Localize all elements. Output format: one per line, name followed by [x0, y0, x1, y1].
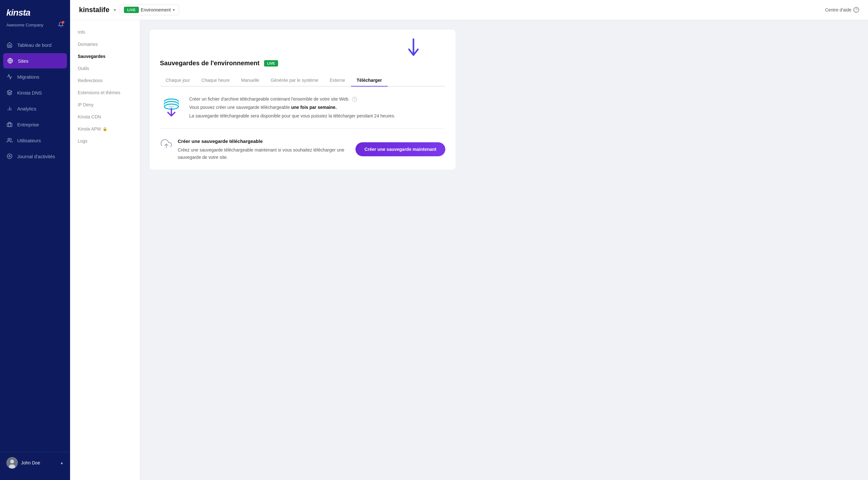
topbar: kinstalife ▾ LIVE Environnement ▾ Centre… [70, 0, 868, 20]
backups-card: Sauvegardes de l'environnement LIVE Chaq… [150, 30, 456, 170]
migrations-label: Migrations [17, 74, 39, 79]
sidebar-item-utilisateurs[interactable]: Utilisateurs [0, 133, 70, 148]
company-name: Awesome Company [6, 23, 43, 27]
sidebar-item-dashboard[interactable]: Tableau de bord [0, 37, 70, 53]
card-header-wrapper: Sauvegardes de l'environnement LIVE [160, 38, 445, 67]
user-info[interactable]: John Doe [6, 457, 40, 469]
avatar [6, 457, 18, 469]
info-line-1: Créer un fichier d'archive téléchargeabl… [189, 96, 395, 102]
sidebar-footer: John Doe ▲ [0, 452, 70, 474]
tab-chaque-heure[interactable]: Chaque heure [195, 74, 236, 87]
kinsta-logo: kinsta [6, 8, 30, 18]
journal-icon [6, 153, 13, 160]
analytics-icon [6, 105, 13, 112]
card-header: Sauvegardes de l'environnement LIVE [160, 60, 445, 67]
sub-nav-extensions[interactable]: Extensions et thèmes [70, 87, 140, 98]
notification-dot [62, 21, 64, 24]
live-badge-topbar: LIVE [124, 7, 138, 13]
site-name: kinstalife [79, 6, 109, 14]
down-arrow-icon [407, 38, 420, 58]
action-section: Créer une sauvegarde téléchargeable Crée… [160, 138, 445, 161]
sub-nav-redirections[interactable]: Redirections [70, 75, 140, 86]
chevron-up-icon: ▲ [60, 460, 64, 465]
sidebar-item-journal[interactable]: Journal d'activités [0, 149, 70, 164]
sites-label: Sites [18, 58, 28, 64]
dns-icon [6, 90, 13, 96]
migrations-icon [6, 73, 13, 80]
sidebar-item-entreprise[interactable]: Entreprise [0, 117, 70, 132]
logo-area: kinsta [0, 0, 70, 21]
lock-icon: 🔒 [102, 127, 107, 131]
site-dropdown-chevron[interactable]: ▾ [114, 7, 116, 12]
notifications-bell[interactable] [58, 22, 64, 28]
kinsta-apm-label: Kinsta APM [78, 126, 101, 132]
sub-nav-logs[interactable]: Logs [70, 135, 140, 147]
backup-download-icon [160, 96, 183, 118]
svg-point-7 [7, 154, 12, 159]
create-backup-button[interactable]: Créer une sauvegarde maintenant [355, 142, 445, 156]
backup-tabs: Chaque jour Chaque heure Manuelle Généré… [160, 74, 445, 87]
user-name: John Doe [21, 460, 40, 466]
sidebar-item-sites[interactable]: Sites [3, 53, 67, 68]
sub-nav-ip-deny[interactable]: IP Deny [70, 99, 140, 110]
help-circle-icon: ? [854, 7, 859, 13]
tab-manuelle[interactable]: Manuelle [236, 74, 265, 87]
info-text: Créer un fichier d'archive téléchargeabl… [189, 96, 395, 119]
entreprise-label: Entreprise [17, 122, 39, 127]
environment-dropdown[interactable]: LIVE Environnement ▾ [120, 4, 179, 15]
info-line-2: Vous pouvez créer une sauvegarde télécha… [189, 104, 395, 111]
tab-externe[interactable]: Externe [324, 74, 351, 87]
environment-label: Environnement [141, 7, 171, 12]
kinsta-dns-label: Kinsta DNS [17, 90, 42, 96]
journal-label: Journal d'activités [17, 154, 55, 159]
home-icon [6, 42, 13, 48]
environment-chevron-icon: ▾ [173, 7, 175, 12]
info-section: Créer un fichier d'archive téléchargeabl… [160, 96, 445, 129]
main-nav: Tableau de bord Sites Migrations [0, 35, 70, 452]
tab-telecharger[interactable]: Télécharger [351, 74, 388, 87]
sidebar-item-kinsta-dns[interactable]: Kinsta DNS [0, 85, 70, 100]
sub-nav-sauvegardes[interactable]: Sauvegardes [70, 50, 140, 62]
sub-nav-kinsta-apm[interactable]: Kinsta APM 🔒 [70, 123, 140, 135]
users-icon [6, 137, 13, 143]
sidebar: kinsta Awesome Company Tableau de bord [0, 0, 70, 480]
sub-nav-outils[interactable]: Outils [70, 63, 140, 74]
utilisateurs-label: Utilisateurs [17, 138, 41, 143]
topbar-left: kinstalife ▾ LIVE Environnement ▾ [79, 4, 179, 15]
action-text-block: Créer une sauvegarde téléchargeable Crée… [178, 138, 349, 161]
sub-nav-info[interactable]: Info [70, 26, 140, 38]
svg-point-6 [8, 138, 10, 140]
info-bold-text: une fois par semaine. [291, 105, 337, 110]
tab-chaque-jour[interactable]: Chaque jour [160, 74, 195, 87]
action-left: Créer une sauvegarde téléchargeable Crée… [160, 138, 349, 161]
main-content: kinstalife ▾ LIVE Environnement ▾ Centre… [70, 0, 868, 480]
arrow-decoration-area [160, 38, 445, 58]
info-line-3: La sauvegarde téléchargeable sera dispon… [189, 112, 395, 119]
sites-icon [7, 58, 13, 64]
page-content: Sauvegardes de l'environnement LIVE Chaq… [140, 20, 868, 480]
card-live-badge: LIVE [264, 60, 278, 67]
sub-nav-kinsta-cdn[interactable]: Kinsta CDN [70, 111, 140, 123]
dashboard-label: Tableau de bord [17, 42, 52, 48]
backup-icon-wrapper [160, 96, 183, 118]
sub-sidebar: Info Domaines Sauvegardes Outils Redirec… [70, 20, 140, 480]
tab-generee[interactable]: Générée par le système [265, 74, 324, 87]
action-title: Créer une sauvegarde téléchargeable [178, 138, 349, 145]
action-description: Créez une sauvegarde téléchargeable main… [178, 146, 349, 161]
cloud-upload-icon [160, 138, 173, 150]
card-title: Sauvegardes de l'environnement [160, 60, 259, 67]
help-link[interactable]: Centre d'aide ? [825, 7, 859, 13]
info-help-icon: ? [352, 97, 357, 102]
svg-point-10 [10, 459, 14, 464]
content-area: Info Domaines Sauvegardes Outils Redirec… [70, 20, 868, 480]
svg-rect-5 [7, 123, 12, 127]
sidebar-item-migrations[interactable]: Migrations [0, 69, 70, 84]
company-area: Awesome Company [0, 21, 70, 35]
help-label: Centre d'aide [825, 7, 851, 12]
sub-nav-domaines[interactable]: Domaines [70, 38, 140, 50]
analytics-label: Analytics [17, 106, 36, 111]
svg-point-8 [9, 156, 10, 157]
sidebar-item-analytics[interactable]: Analytics [0, 101, 70, 116]
entreprise-icon [6, 121, 13, 128]
